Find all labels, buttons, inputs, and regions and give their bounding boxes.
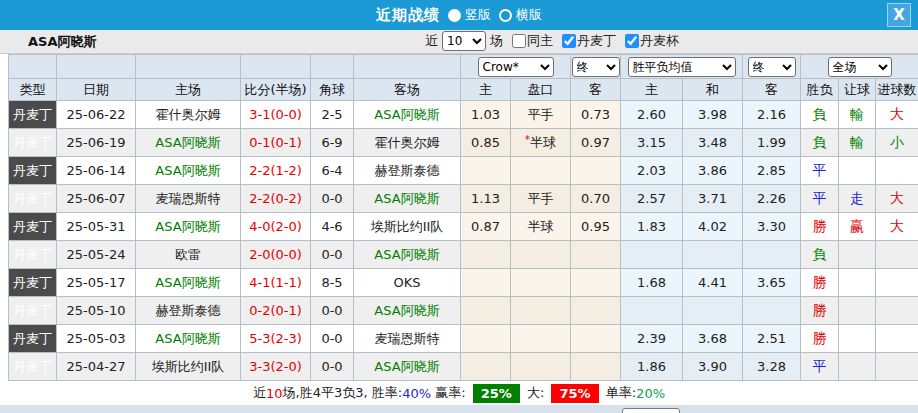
- cell-odds-away: [571, 241, 621, 269]
- cell-lose-odds: 3.65: [743, 269, 801, 297]
- cell-odds-home: [461, 297, 511, 325]
- summary-segment: 大:: [523, 384, 549, 402]
- cell-home-team: ASA阿晓斯: [136, 325, 241, 353]
- cell-score: 5-3(2-3): [241, 325, 311, 353]
- cell-odds-home: 0.87: [461, 213, 511, 241]
- cell-away-team: 霍什奥尔姆: [354, 129, 461, 157]
- scope-select[interactable]: 全场: [828, 57, 892, 77]
- header-spacer: [9, 55, 57, 79]
- cell-result-handicap: 走: [839, 185, 876, 213]
- layout-radio-horizontal[interactable]: 横版: [499, 6, 542, 24]
- layout-radio-vertical[interactable]: 竖版: [448, 6, 491, 24]
- cell-win-odds: 1.68: [621, 269, 683, 297]
- team-name: ASA阿晓斯: [28, 33, 97, 51]
- table-row: 丹麦丁25-05-24欧雷2-0(0-0)0-0ASA阿晓斯負: [9, 241, 918, 269]
- cell-draw-odds: 3.90: [683, 353, 743, 381]
- odds-final-cell: 终: [571, 55, 621, 79]
- summary-segment: 近: [253, 384, 266, 402]
- cell-lose-odds: 3.30: [743, 213, 801, 241]
- same-home-checkbox[interactable]: [512, 34, 526, 48]
- cell-handicap: [511, 325, 571, 353]
- cell-score: 0-1(0-1): [241, 129, 311, 157]
- league-label[interactable]: 丹麦丁: [577, 32, 616, 50]
- cell-date: 25-06-07: [57, 185, 136, 213]
- cell-draw-odds: 3.86: [683, 157, 743, 185]
- cell-type: 丹麦丁: [9, 157, 57, 185]
- cell-date: 25-05-17: [57, 269, 136, 297]
- close-icon: X: [893, 8, 905, 23]
- cell-draw-odds: [683, 297, 743, 325]
- table-row: 丹麦丁25-06-14ASA阿晓斯2-2(1-2)6-4赫登斯泰德2.033.8…: [9, 157, 918, 185]
- cell-odds-away: 0.97: [571, 129, 621, 157]
- filterbar: ASA阿晓斯 近 10 场 同主 丹麦丁 丹麦杯: [0, 30, 918, 54]
- cell-type: 丹麦丁: [9, 325, 57, 353]
- cell-result-wdl: 負: [801, 129, 839, 157]
- filter-controls: 近 10 场 同主 丹麦丁 丹麦杯: [425, 31, 679, 51]
- odds-company-cell: Crow*: [461, 55, 571, 79]
- cell-corner: 8-5: [311, 269, 354, 297]
- cell-odds-home: [461, 241, 511, 269]
- cell-type: 丹麦丁: [9, 297, 57, 325]
- cell-handicap: 平手: [511, 185, 571, 213]
- results-table: Crow* 终 胜平负均值 终 全场: [8, 54, 918, 381]
- cell-result-goals: [876, 269, 918, 297]
- handicap-change-star: *: [525, 134, 530, 145]
- col-header-draw: 和: [683, 79, 743, 101]
- cup-label[interactable]: 丹麦杯: [640, 32, 679, 50]
- cell-score: 3-1(0-0): [241, 101, 311, 129]
- table-row: 丹麦丁25-05-31ASA阿晓斯4-0(2-0)4-6埃斯比约II队0.87半…: [9, 213, 918, 241]
- col-header-corner: 角球: [311, 79, 354, 101]
- wdl-final-select[interactable]: 终: [748, 57, 796, 77]
- odds-company-select[interactable]: Crow*: [478, 57, 554, 77]
- cup-checkbox[interactable]: [625, 34, 639, 48]
- summary-segment: 场,胜4平3负3, 胜率:: [283, 384, 403, 402]
- cell-handicap: 平手: [511, 101, 571, 129]
- radio-horizontal-label: 横版: [516, 6, 542, 24]
- col-header-odds-home: 主: [461, 79, 511, 101]
- cell-win-odds: 3.15: [621, 129, 683, 157]
- radio-unselected-icon: [499, 9, 512, 22]
- wdl-final-cell: 终: [743, 55, 801, 79]
- cell-lose-odds: [743, 241, 801, 269]
- cell-corner: 6-9: [311, 129, 354, 157]
- cell-win-odds: 2.57: [621, 185, 683, 213]
- cell-result-goals: 大: [876, 185, 918, 213]
- cell-odds-away: [571, 353, 621, 381]
- cell-date: 25-05-10: [57, 297, 136, 325]
- cell-corner: 0-0: [311, 241, 354, 269]
- cell-odds-away: [571, 269, 621, 297]
- summary-segment: 10: [266, 386, 283, 401]
- cell-away-team: ASA阿晓斯: [354, 101, 461, 129]
- match-count-select[interactable]: 10: [442, 31, 486, 51]
- same-home-label[interactable]: 同主: [527, 32, 553, 50]
- odds-final-select[interactable]: 终: [572, 57, 620, 77]
- cell-win-odds: [621, 241, 683, 269]
- radio-vertical-label: 竖版: [465, 6, 491, 24]
- wdl-mean-select[interactable]: 胜平负均值: [628, 57, 736, 77]
- cell-win-odds: [621, 297, 683, 325]
- cell-score: 2-2(0-2): [241, 185, 311, 213]
- dialog-title: 近期战绩: [376, 6, 440, 25]
- cell-result-goals: 大: [876, 213, 918, 241]
- cell-lose-odds: 2.26: [743, 185, 801, 213]
- col-header-type: 类型: [9, 79, 57, 101]
- cell-draw-odds: 3.48: [683, 129, 743, 157]
- league-checkbox[interactable]: [562, 34, 576, 48]
- cell-home-team: 埃斯比约II队: [136, 353, 241, 381]
- col-header-away: 客场: [354, 79, 461, 101]
- close-button[interactable]: X: [887, 3, 911, 27]
- cell-result-wdl: 勝: [801, 269, 839, 297]
- cell-win-odds: 1.86: [621, 353, 683, 381]
- cell-result-goals: [876, 353, 918, 381]
- cell-result-handicap: 輸: [839, 129, 876, 157]
- cell-odds-away: 0.95: [571, 213, 621, 241]
- cell-corner: 4-6: [311, 213, 354, 241]
- cell-handicap: [511, 241, 571, 269]
- cell-result-wdl: 勝: [801, 213, 839, 241]
- cell-away-team: 赫登斯泰德: [354, 157, 461, 185]
- cell-home-team: 麦瑞恩斯特: [136, 185, 241, 213]
- header-spacer: [57, 55, 136, 79]
- table-row: 丹麦丁25-04-27埃斯比约II队3-3(2-0)0-0ASA阿晓斯1.863…: [9, 353, 918, 381]
- pagination-select-cutoff[interactable]: [622, 408, 680, 413]
- cell-draw-odds: 4.02: [683, 213, 743, 241]
